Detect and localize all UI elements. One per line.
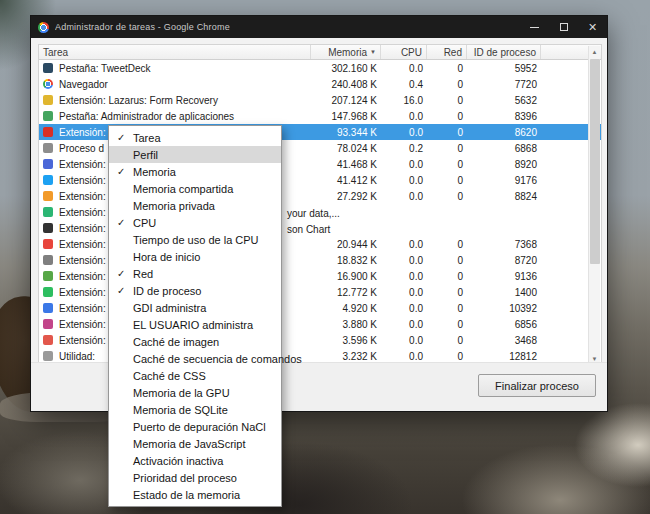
- task-favicon-icon: [43, 335, 53, 345]
- menu-item[interactable]: Caché de imagen: [109, 333, 281, 350]
- cpu-cell: 0.0: [381, 255, 427, 266]
- cpu-cell: 0.0: [381, 319, 427, 330]
- cpu-cell: 0.0: [381, 335, 427, 346]
- task-cell: Navegador: [39, 79, 311, 90]
- menu-item[interactable]: ✓Tarea: [109, 129, 281, 146]
- check-icon: ✓: [117, 268, 133, 279]
- menu-item[interactable]: Perfil: [109, 146, 281, 163]
- column-header-cpu[interactable]: CPU: [381, 45, 427, 59]
- menu-item-label: Caché de CSS: [133, 370, 206, 382]
- menu-item[interactable]: Memoria privada: [109, 197, 281, 214]
- task-label: Pestaña: TweetDeck: [59, 63, 151, 74]
- check-icon: ✓: [117, 132, 133, 143]
- task-favicon-icon: [43, 223, 53, 233]
- column-header-cpu-label: CPU: [401, 47, 422, 58]
- menu-item[interactable]: Caché de secuencia de comandos: [109, 350, 281, 367]
- memory-cell: 27.292 K: [311, 191, 381, 202]
- table-row[interactable]: Pestaña: TweetDeck302.160 K0.005952: [39, 60, 601, 76]
- menu-item[interactable]: Hora de inicio: [109, 248, 281, 265]
- task-favicon-icon: [43, 351, 53, 361]
- minimize-icon: [530, 27, 539, 28]
- menu-item[interactable]: Memoria de JavaScript: [109, 435, 281, 452]
- check-icon: ✓: [117, 166, 133, 177]
- net-cell: 0: [427, 63, 467, 74]
- column-header-net-label: Red: [444, 47, 462, 58]
- end-process-button[interactable]: Finalizar proceso: [478, 374, 596, 397]
- pid-cell: 12812: [467, 351, 541, 362]
- column-header-net[interactable]: Red: [427, 45, 467, 59]
- scrollbar-track[interactable]: [589, 57, 601, 353]
- task-label: Extensión:: [59, 191, 106, 202]
- menu-item[interactable]: Puerto de depuración NaCl: [109, 418, 281, 435]
- menu-item[interactable]: Tiempo de uso de la CPU: [109, 231, 281, 248]
- scroll-up-icon[interactable]: ▲: [589, 46, 601, 57]
- task-cell: Pestaña: TweetDeck: [39, 63, 311, 74]
- close-button[interactable]: ✕: [578, 16, 607, 38]
- task-favicon-icon: [43, 207, 53, 217]
- task-label: Pestaña: Administrador de aplicaciones: [59, 111, 234, 122]
- pid-cell: 6868: [467, 143, 541, 154]
- memory-cell: 20.944 K: [311, 239, 381, 250]
- column-header-pid[interactable]: ID de proceso: [467, 45, 541, 59]
- cpu-cell: 0.0: [381, 111, 427, 122]
- menu-item[interactable]: GDI administra: [109, 299, 281, 316]
- task-favicon-icon: [43, 319, 53, 329]
- cpu-cell: 0.0: [381, 127, 427, 138]
- table-row[interactable]: Pestaña: Administrador de aplicaciones14…: [39, 108, 601, 124]
- menu-item[interactable]: ✓Red: [109, 265, 281, 282]
- menu-item[interactable]: ✓Memoria: [109, 163, 281, 180]
- table-row[interactable]: Navegador240.408 K0.407720: [39, 76, 601, 92]
- column-header-memory[interactable]: Memoria▼: [311, 45, 381, 59]
- menu-item[interactable]: Activación inactiva: [109, 452, 281, 469]
- memory-cell: 93.344 K: [311, 127, 381, 138]
- menu-item-label: Perfil: [133, 149, 158, 161]
- titlebar[interactable]: Administrador de tareas - Google Chrome …: [31, 16, 607, 38]
- task-favicon-icon: [43, 175, 53, 185]
- menu-item-label: Caché de secuencia de comandos: [133, 353, 302, 365]
- task-label: Extensión:: [59, 207, 106, 218]
- check-icon: ✓: [117, 285, 133, 296]
- menu-item-label: GDI administra: [133, 302, 206, 314]
- vertical-scrollbar[interactable]: ▲ ▼: [588, 46, 600, 364]
- cpu-cell: 0.0: [381, 191, 427, 202]
- column-header-task[interactable]: Tarea: [39, 45, 311, 59]
- menu-item[interactable]: ✓CPU: [109, 214, 281, 231]
- task-label: Extensión:: [59, 303, 106, 314]
- menu-item[interactable]: Memoria de SQLite: [109, 401, 281, 418]
- menu-item-label: Memoria de la GPU: [133, 387, 230, 399]
- task-favicon-icon: [43, 111, 53, 121]
- menu-item-label: Memoria privada: [133, 200, 215, 212]
- menu-item[interactable]: Caché de CSS: [109, 367, 281, 384]
- minimize-button[interactable]: [520, 16, 549, 38]
- menu-item[interactable]: Memoria compartida: [109, 180, 281, 197]
- menu-item-label: Memoria compartida: [133, 183, 233, 195]
- scrollbar-thumb[interactable]: [590, 59, 600, 264]
- memory-cell: 41.412 K: [311, 175, 381, 186]
- menu-item-label: Puerto de depuración NaCl: [133, 421, 266, 433]
- task-label: Extensión:: [59, 239, 106, 250]
- pid-cell: 5632: [467, 95, 541, 106]
- table-row[interactable]: Extensión: Lazarus: Form Recovery207.124…: [39, 92, 601, 108]
- maximize-button[interactable]: [549, 16, 578, 38]
- column-header-task-label: Tarea: [43, 47, 68, 58]
- menu-item[interactable]: Prioridad del proceso: [109, 469, 281, 486]
- menu-item[interactable]: ✓ID de proceso: [109, 282, 281, 299]
- menu-item[interactable]: Estado de la memoria: [109, 486, 281, 503]
- net-cell: 0: [427, 127, 467, 138]
- cpu-cell: 0.2: [381, 143, 427, 154]
- net-cell: 0: [427, 143, 467, 154]
- cpu-cell: 0.0: [381, 351, 427, 362]
- context-menu-items: ✓TareaPerfil✓MemoriaMemoria compartidaMe…: [109, 129, 281, 503]
- cpu-cell: 0.0: [381, 159, 427, 170]
- pid-cell: 3468: [467, 335, 541, 346]
- menu-item[interactable]: EL USUARIO administra: [109, 316, 281, 333]
- task-cell: Pestaña: Administrador de aplicaciones: [39, 111, 311, 122]
- memory-cell: 240.408 K: [311, 79, 381, 90]
- table-header: Tarea Memoria▼ CPU Red ID de proceso: [39, 45, 601, 60]
- net-cell: 0: [427, 255, 467, 266]
- maximize-icon: [560, 23, 568, 31]
- menu-item[interactable]: Memoria de la GPU: [109, 384, 281, 401]
- pid-cell: 7720: [467, 79, 541, 90]
- menu-item-label: Tarea: [133, 132, 161, 144]
- cpu-cell: 0.0: [381, 271, 427, 282]
